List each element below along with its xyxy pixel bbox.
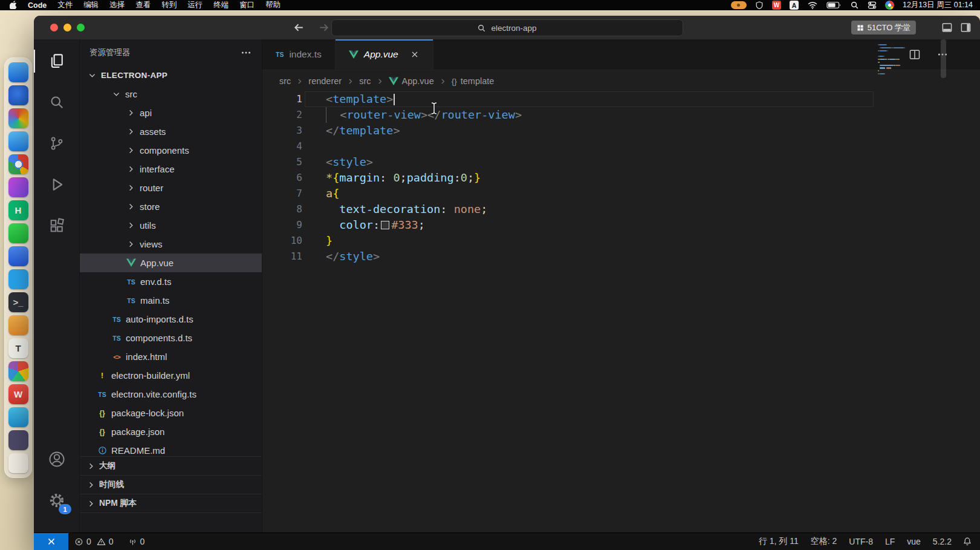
remote-indicator[interactable] <box>34 533 68 550</box>
code-line-8[interactable]: 8 text-decoration: none; <box>262 201 980 217</box>
dock-icon-safari[interactable] <box>8 85 28 105</box>
code-line-6[interactable]: 6*{margin: 0;padding:0;} <box>262 170 980 186</box>
problems-indicator[interactable]: 0 0 <box>68 533 122 550</box>
code-line-7[interactable]: 7a{ <box>262 186 980 201</box>
dock-icon-blue-pen-app[interactable] <box>8 246 28 266</box>
tab-app-vue[interactable]: App.vue <box>336 39 433 70</box>
apple-menu[interactable] <box>5 0 22 11</box>
dock-icon-paint-palette[interactable] <box>8 361 28 381</box>
ports-indicator[interactable]: 0 <box>122 533 154 550</box>
scrollbar-thumb[interactable] <box>941 39 946 78</box>
tree-item-auto-imports-d-ts[interactable]: TSauto-imports.d.ts <box>80 310 262 329</box>
menubar-menu-8[interactable]: 帮助 <box>260 0 286 10</box>
tree-item-components[interactable]: components <box>80 141 262 160</box>
activity-extensions-icon[interactable] <box>34 205 79 246</box>
code-line-10[interactable]: 10} <box>262 233 980 249</box>
back-icon[interactable] <box>293 21 305 36</box>
tree-project-root[interactable]: ELECTRON-APP <box>80 66 262 85</box>
menubar-menu-5[interactable]: 运行 <box>182 0 208 10</box>
close-window-button[interactable] <box>50 24 58 31</box>
app-menu[interactable]: Code <box>22 1 52 10</box>
tree-item-package-lock-json[interactable]: {}package-lock.json <box>80 404 262 422</box>
code-line-3[interactable]: 3</template> <box>262 123 980 139</box>
tree-item-index-html[interactable]: <>index.html <box>80 347 262 366</box>
tree-item-assets[interactable]: assets <box>80 122 262 141</box>
input-method-icon[interactable]: A <box>790 1 799 10</box>
code-line-5[interactable]: 5<style> <box>262 154 980 170</box>
dock-icon-finder[interactable] <box>8 62 28 82</box>
menubar-clock[interactable]: 12月13日 周三 01:14 <box>903 0 975 10</box>
command-center-search[interactable]: electron-app <box>331 19 683 36</box>
tree-item-api[interactable]: api <box>80 103 262 122</box>
code-line-9[interactable]: 9 color:#333; <box>262 217 980 233</box>
activity-explorer-icon[interactable] <box>34 41 79 82</box>
tree-item-src[interactable]: src <box>80 85 262 103</box>
sidebar-section-1[interactable]: 时间线 <box>80 475 262 494</box>
dock-icon-wechat[interactable] <box>8 223 28 243</box>
activity-run-debug-icon[interactable] <box>34 164 79 205</box>
dock-icon-hbuilderx[interactable]: H <box>8 200 28 220</box>
menubar-menu-1[interactable]: 编辑 <box>78 0 104 10</box>
code-line-2[interactable]: 2 <router-view></router-view> <box>262 107 980 123</box>
dock-icon-qq[interactable] <box>8 131 28 151</box>
breadcrumb-item-src[interactable]: src <box>359 76 371 86</box>
dock-icon-teal-app[interactable] <box>8 407 28 427</box>
tree-item-electron-builder-yml[interactable]: !electron-builder.yml <box>80 366 262 385</box>
forward-icon[interactable] <box>317 21 330 36</box>
dock-icon-launchpad[interactable] <box>8 108 28 128</box>
tree-item-package-json[interactable]: {}package.json <box>80 422 262 441</box>
code-editor[interactable]: 1<template>2 <router-view></router-view>… <box>262 91 980 533</box>
dock-icon-typora[interactable]: T <box>8 338 28 358</box>
tree-item-views[interactable]: views <box>80 235 262 254</box>
zoom-window-button[interactable] <box>77 24 85 31</box>
code-line-1[interactable]: 1<template> <box>262 91 980 107</box>
activity-search-icon[interactable] <box>34 82 79 123</box>
menubar-menu-2[interactable]: 选择 <box>104 0 130 10</box>
status-item-3[interactable]: LF <box>879 537 901 546</box>
breadcrumb-item-app-vue[interactable]: App.vue <box>389 76 434 86</box>
dock-icon-chrome[interactable] <box>8 154 28 174</box>
breadcrumb-item-src[interactable]: src <box>279 76 291 86</box>
minimize-window-button[interactable] <box>63 24 71 31</box>
sidebar-section-2[interactable]: NPM 脚本 <box>80 494 262 513</box>
notifications-bell-icon[interactable] <box>958 537 980 546</box>
menubar-menu-3[interactable]: 查看 <box>130 0 156 10</box>
recording-indicator-icon[interactable] <box>731 1 747 9</box>
close-tab-icon[interactable] <box>410 50 420 59</box>
split-editor-icon[interactable] <box>909 48 921 61</box>
tab-index-ts[interactable]: TSindex.ts <box>262 39 336 70</box>
menubar-menu-4[interactable]: 转到 <box>156 0 182 10</box>
browser-icon[interactable] <box>885 1 894 10</box>
breadcrumb-item-renderer[interactable]: renderer <box>308 76 342 86</box>
status-item-2[interactable]: UTF-8 <box>843 537 879 546</box>
wps-badge-icon[interactable]: W <box>772 1 781 10</box>
sidebar-section-0[interactable]: 大纲 <box>80 456 262 475</box>
battery-icon[interactable] <box>826 1 842 9</box>
explorer-more-actions-icon[interactable] <box>240 47 252 59</box>
dock-icon-trash[interactable] <box>8 453 28 473</box>
status-item-4[interactable]: vue <box>901 537 927 546</box>
spotlight-icon[interactable] <box>850 1 859 10</box>
dock-icon-orange-app[interactable] <box>8 315 28 335</box>
menubar-menu-0[interactable]: 文件 <box>52 0 78 10</box>
dock-icon-dark-app[interactable] <box>8 430 28 450</box>
tree-item-electron-vite-config-ts[interactable]: TSelectron.vite.config.ts <box>80 385 262 404</box>
dock-icon-terminal[interactable]: >_ <box>8 292 28 312</box>
activity-settings-gear-icon[interactable]: 1 <box>34 480 79 521</box>
status-item-5[interactable]: 5.2.2 <box>927 537 958 546</box>
dock-icon-wps[interactable]: W <box>8 384 28 404</box>
status-item-0[interactable]: 行 1, 列 11 <box>753 536 805 547</box>
wifi-icon[interactable] <box>807 1 818 10</box>
control-center-icon[interactable] <box>868 1 877 10</box>
menubar-menu-6[interactable]: 终端 <box>208 0 234 10</box>
tree-item-interface[interactable]: interface <box>80 160 262 178</box>
dock-icon-purple-app[interactable] <box>8 177 28 197</box>
tree-item-components-d-ts[interactable]: TScomponents.d.ts <box>80 329 262 347</box>
tree-item-router[interactable]: router <box>80 178 262 197</box>
tree-item-app-vue[interactable]: App.vue <box>80 254 262 272</box>
tree-item-store[interactable]: store <box>80 197 262 216</box>
activity-accounts-icon[interactable] <box>34 439 79 480</box>
customize-layout-icon[interactable] <box>960 22 972 33</box>
code-line-11[interactable]: 11</style> <box>262 249 980 264</box>
tree-item-env-d-ts[interactable]: TSenv.d.ts <box>80 272 262 291</box>
